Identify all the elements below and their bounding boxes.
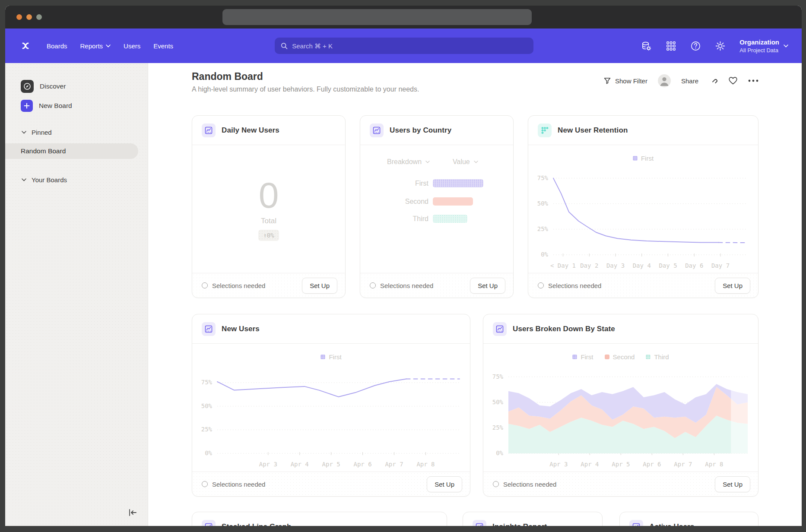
card-header: Insights Report xyxy=(463,512,602,526)
nav-item-users[interactable]: Users xyxy=(124,42,140,50)
settings-gear-icon[interactable] xyxy=(715,41,726,51)
status-text: Selections needed xyxy=(493,481,556,488)
legend-item-third: Third xyxy=(646,353,669,361)
collapse-sidebar-icon[interactable] xyxy=(127,507,138,518)
sidebar-item-random-board[interactable]: Random Board xyxy=(5,143,138,159)
set-up-button[interactable]: Set Up xyxy=(470,278,505,294)
share-button[interactable]: Share xyxy=(681,77,698,85)
org-switcher[interactable]: Organization All Project Data xyxy=(739,38,788,53)
svg-text:0%: 0% xyxy=(205,450,212,456)
card-new-users: New Users First 75%50%25%0%Apr 3Apr 4Apr… xyxy=(192,314,470,497)
card-footer: Selections needed Set Up xyxy=(192,273,345,298)
chart-legend: First xyxy=(528,145,758,162)
card-title: New Users xyxy=(222,325,260,333)
copy-link-icon[interactable] xyxy=(709,76,718,86)
retention-line-chart: 75%50%25%0%< Day 1Day 2Day 3Day 4Day 5Da… xyxy=(528,162,758,273)
filter-funnel-icon xyxy=(603,77,611,85)
chevron-down-icon xyxy=(784,44,788,48)
svg-text:Apr 5: Apr 5 xyxy=(322,461,340,468)
svg-text:75%: 75% xyxy=(492,373,504,380)
svg-text:25%: 25% xyxy=(537,225,549,232)
svg-text:25%: 25% xyxy=(201,426,213,433)
address-bar[interactable] xyxy=(222,9,532,25)
country-row: Second xyxy=(360,197,513,206)
card-title: Daily New Users xyxy=(222,126,279,135)
search-input[interactable] xyxy=(292,42,527,50)
avatar[interactable] xyxy=(658,74,671,87)
card-header: Users Broken Down By State xyxy=(483,314,758,344)
bar-first xyxy=(433,179,483,187)
discover-compass-icon xyxy=(21,80,34,93)
svg-text:Apr 7: Apr 7 xyxy=(385,461,403,468)
breakdown-dropdown[interactable]: Breakdown xyxy=(387,158,430,166)
show-filter-label: Show Filter xyxy=(615,77,647,85)
org-name: Organization xyxy=(739,38,779,47)
close-window-button[interactable] xyxy=(16,14,22,20)
card-footer: Selections needed Set Up xyxy=(483,472,758,496)
card-footer: Selections needed Set Up xyxy=(360,273,513,298)
sidebar-item-label: New Board xyxy=(39,102,72,110)
nav-item-events[interactable]: Events xyxy=(153,42,173,50)
nav-item-label: Boards xyxy=(47,42,67,50)
status-text: Selections needed xyxy=(538,282,601,289)
person-icon xyxy=(658,74,671,87)
nav-item-reports[interactable]: Reports xyxy=(80,42,111,50)
show-filter-button[interactable]: Show Filter xyxy=(603,77,647,85)
nav-item-label: Reports xyxy=(80,42,103,50)
new-users-line-chart: 75%50%25%0%Apr 3Apr 4Apr 5Apr 6Apr 7Apr … xyxy=(192,361,470,472)
sidebar-section-pinned[interactable]: Pinned xyxy=(22,129,52,136)
org-project: All Project Data xyxy=(739,47,779,54)
delta-badge: ↑0% xyxy=(258,230,279,241)
plus-icon xyxy=(21,100,33,112)
traffic-lights xyxy=(16,14,42,20)
set-up-button[interactable]: Set Up xyxy=(715,476,750,492)
help-icon[interactable] xyxy=(690,41,701,51)
more-options-icon[interactable] xyxy=(748,79,758,82)
set-up-button[interactable]: Set Up xyxy=(715,278,750,294)
country-row: First xyxy=(360,179,513,187)
bar-second xyxy=(433,197,473,206)
retention-dots-icon xyxy=(538,124,552,137)
row-label: Third xyxy=(360,215,428,223)
line-chart-icon xyxy=(493,322,507,336)
metric-label: Total xyxy=(261,217,276,225)
data-management-icon[interactable] xyxy=(641,41,652,51)
sidebar-section-your-boards[interactable]: Your Boards xyxy=(22,176,67,184)
status-text: Selections needed xyxy=(202,282,265,289)
zoom-window-button[interactable] xyxy=(36,14,42,20)
status-circle-icon xyxy=(370,282,376,288)
svg-text:Day 2: Day 2 xyxy=(580,262,598,269)
card-footer: Selections needed Set Up xyxy=(528,273,758,298)
board-toolbar: Show Filter Share xyxy=(603,74,758,87)
legend-swatch xyxy=(320,355,325,359)
status-circle-icon xyxy=(202,282,208,288)
svg-text:0%: 0% xyxy=(541,251,548,258)
chart-legend: First Second Third xyxy=(483,344,758,361)
search-bar[interactable] xyxy=(275,38,533,54)
line-chart-icon xyxy=(473,520,486,526)
favorite-heart-icon[interactable] xyxy=(728,76,738,85)
mixpanel-logo-icon[interactable] xyxy=(21,41,31,51)
line-chart-icon xyxy=(202,322,216,336)
set-up-button[interactable]: Set Up xyxy=(427,476,462,492)
sidebar-item-label: Discover xyxy=(40,82,66,90)
svg-text:Day 5: Day 5 xyxy=(659,262,677,269)
card-title: Users Broken Down By State xyxy=(513,325,615,333)
card-footer: Selections needed Set Up xyxy=(192,472,470,496)
app-window: Boards Reports Users Events xyxy=(5,6,802,526)
chevron-down-icon xyxy=(106,44,111,48)
apps-grid-icon[interactable] xyxy=(666,41,676,51)
sidebar-item-discover[interactable]: Discover xyxy=(5,80,148,93)
set-up-button[interactable]: Set Up xyxy=(302,278,337,294)
line-chart-icon xyxy=(202,520,216,526)
svg-text:Day 3: Day 3 xyxy=(606,262,625,269)
minimize-window-button[interactable] xyxy=(26,14,32,20)
value-dropdown[interactable]: Value xyxy=(453,158,478,166)
svg-text:< Day 1: < Day 1 xyxy=(550,262,576,269)
svg-text:Apr 6: Apr 6 xyxy=(643,461,661,468)
nav-item-boards[interactable]: Boards xyxy=(47,42,67,50)
sidebar-item-new-board[interactable]: New Board xyxy=(5,100,148,112)
card-active-users: Active Users xyxy=(619,512,758,526)
card-header: New Users xyxy=(192,314,470,344)
svg-text:75%: 75% xyxy=(201,379,213,386)
